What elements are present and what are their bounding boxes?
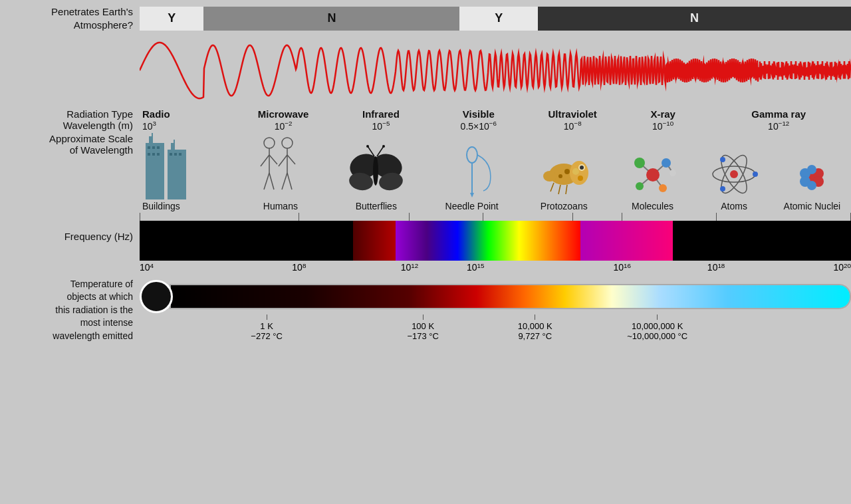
scale-atom-label: Atoms bbox=[721, 201, 747, 211]
svg-line-25 bbox=[282, 173, 287, 189]
scale-protozoan: Protozoans bbox=[518, 146, 610, 211]
atmosphere-bar: Y N Y N bbox=[140, 7, 851, 31]
temp-tick-10mk bbox=[657, 315, 658, 320]
atm-segment-n2: N bbox=[261, 7, 403, 31]
svg-line-18 bbox=[269, 155, 277, 164]
scale-molecule-label: Molecules bbox=[632, 201, 673, 211]
temp-tick-10000k bbox=[535, 315, 535, 320]
rad-radio-wave: 103 bbox=[142, 120, 156, 132]
scale-butterfly-label: Butterflies bbox=[356, 201, 397, 211]
scale-buildings: Buildings bbox=[140, 133, 235, 211]
frequency-bar-container bbox=[140, 213, 851, 261]
scale-humans-label: Humans bbox=[263, 201, 298, 211]
svg-line-49 bbox=[558, 185, 560, 194]
svg-rect-7 bbox=[152, 146, 155, 149]
svg-rect-11 bbox=[157, 153, 160, 156]
svg-point-45 bbox=[578, 176, 583, 181]
temp-label-10mk: 10,000,000 K~10,000,000 °C bbox=[627, 321, 687, 341]
svg-point-43 bbox=[558, 174, 562, 178]
freq-val-7: 1020 bbox=[761, 262, 851, 273]
temp-tick-1k bbox=[267, 315, 267, 320]
temp-end-spacer bbox=[729, 315, 851, 341]
freq-val-2: 108 bbox=[246, 262, 352, 273]
rad-xray-wave: 10−10 bbox=[652, 120, 673, 132]
rad-visible-name: Visible bbox=[463, 108, 495, 120]
atm-segment-n1 bbox=[203, 7, 261, 31]
temperature-label: Temperature ofobjects at whichthis radia… bbox=[0, 278, 140, 343]
atmosphere-label: Penetrates Earth'sAtmosphere? bbox=[0, 5, 140, 31]
svg-rect-0 bbox=[146, 143, 164, 199]
freq-val-spacer bbox=[0, 262, 140, 273]
electromagnetic-spectrum-chart: Penetrates Earth'sAtmosphere? Y N Y N Ra… bbox=[0, 0, 851, 504]
svg-point-67 bbox=[720, 157, 725, 162]
svg-rect-10 bbox=[152, 153, 155, 156]
svg-point-42 bbox=[564, 169, 570, 174]
rad-visible-wave: 0.5×10−6 bbox=[461, 120, 497, 132]
svg-point-31 bbox=[373, 156, 378, 186]
radiation-labels: Radiation Type Wavelength (m) bbox=[0, 108, 140, 131]
scale-atom: Atoms bbox=[695, 150, 773, 211]
svg-point-21 bbox=[282, 138, 293, 148]
svg-point-56 bbox=[646, 168, 660, 182]
svg-point-74 bbox=[807, 165, 816, 174]
rad-uv: Ultraviolet 10−8 bbox=[526, 108, 620, 132]
rad-gamma-wave: 10−12 bbox=[768, 120, 789, 132]
rad-gamma-name: Gamma ray bbox=[751, 108, 806, 120]
svg-line-20 bbox=[269, 173, 274, 189]
temp-100k: 100 K−173 °C bbox=[362, 315, 484, 341]
radiation-row: Radiation Type Wavelength (m) Radio 103 … bbox=[0, 108, 851, 132]
scale-butterfly: Butterflies bbox=[326, 143, 426, 211]
svg-rect-6 bbox=[148, 146, 150, 149]
svg-point-35 bbox=[382, 145, 385, 148]
svg-point-68 bbox=[720, 186, 725, 191]
atm-segment-n3 bbox=[403, 7, 460, 31]
rad-microwave-wave: 10−2 bbox=[275, 120, 293, 132]
svg-line-50 bbox=[566, 185, 567, 194]
svg-point-15 bbox=[264, 138, 275, 148]
atm-segment-y2: Y bbox=[459, 7, 538, 31]
svg-line-24 bbox=[287, 155, 295, 164]
frequency-row: Frequency (Hz) bbox=[0, 213, 851, 261]
temp-label-100k: 100 K−173 °C bbox=[407, 321, 438, 341]
svg-line-48 bbox=[550, 183, 554, 191]
atom-icon bbox=[709, 150, 759, 199]
rad-radio-name: Radio bbox=[142, 108, 170, 120]
atm-segment-y1: Y bbox=[140, 7, 203, 31]
wavelength-label: Wavelength (m) bbox=[0, 120, 133, 131]
scale-nucleus: Atomic Nuclei bbox=[773, 156, 851, 211]
svg-point-61 bbox=[669, 170, 676, 176]
rad-microwave-name: Microwave bbox=[258, 108, 309, 120]
svg-rect-9 bbox=[148, 153, 150, 156]
rad-microwave: Microwave 10−2 bbox=[236, 108, 330, 132]
rad-xray: X-ray 10−10 bbox=[620, 108, 707, 132]
rad-infrared-wave: 10−5 bbox=[372, 120, 390, 132]
butterfly-icon bbox=[348, 143, 404, 199]
radiation-type-label: Radiation Type bbox=[0, 108, 133, 120]
svg-line-17 bbox=[261, 155, 269, 166]
scale-molecule: Molecules bbox=[610, 150, 695, 211]
svg-line-23 bbox=[279, 155, 287, 166]
rad-radio: Radio 103 bbox=[140, 108, 236, 132]
scale-nucleus-label: Atomic Nuclei bbox=[784, 201, 841, 211]
svg-rect-5 bbox=[174, 140, 175, 146]
rad-uv-name: Ultraviolet bbox=[548, 108, 597, 120]
freq-val-6: 1018 bbox=[671, 262, 761, 273]
scale-protozoan-label: Protozoans bbox=[541, 201, 588, 211]
temp-10000k: 10,000 K9,727 °C bbox=[484, 315, 586, 341]
rad-infrared-name: Infrared bbox=[362, 108, 400, 120]
scale-humans: Humans bbox=[235, 136, 327, 211]
svg-point-65 bbox=[730, 170, 738, 178]
humans-icon bbox=[257, 136, 304, 199]
freq-val-5: 1016 bbox=[573, 262, 671, 273]
scale-buildings-label: Buildings bbox=[142, 201, 180, 211]
svg-point-60 bbox=[636, 182, 644, 190]
radiation-types: Radio 103 Microwave 10−2 Infrared 10−5 V… bbox=[140, 108, 851, 132]
needle-icon bbox=[447, 143, 497, 199]
temp-tick-100k bbox=[423, 315, 424, 320]
freq-val-3: 1012 bbox=[352, 262, 467, 273]
scale-needle-label: Needle Point bbox=[445, 201, 499, 211]
svg-point-40 bbox=[570, 161, 588, 185]
rad-visible: Visible 0.5×10−6 bbox=[431, 108, 525, 132]
frequency-values: 104 108 1012 1015 1016 1018 1020 bbox=[140, 262, 851, 273]
svg-point-36 bbox=[467, 147, 477, 163]
